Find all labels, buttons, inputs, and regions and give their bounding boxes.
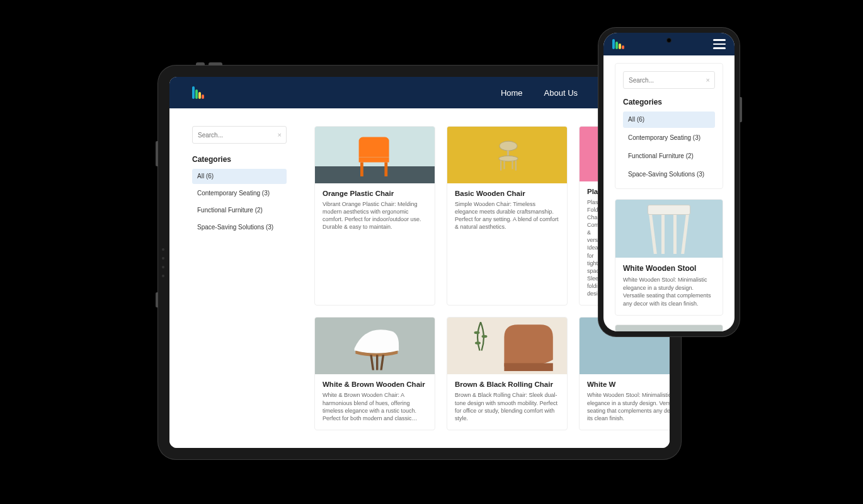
svg-rect-9 — [512, 160, 513, 169]
product-image — [447, 318, 567, 374]
categories-title: Categories — [623, 98, 715, 106]
search-wrap: × — [192, 126, 287, 144]
logo-icon — [612, 39, 624, 49]
chair-icon — [329, 321, 423, 375]
tablet-power-button — [196, 62, 205, 66]
tablet-body: × Categories All (6) Contemporary Seatin… — [169, 108, 670, 448]
cat-space-saving[interactable]: Space-Saving Solutions (3) — [623, 166, 715, 183]
chair-icon — [350, 130, 401, 182]
product-card[interactable]: Orange Plastic Chair Vibrant Orange Plas… — [314, 126, 435, 306]
cat-all[interactable]: All (6) — [623, 112, 715, 128]
tablet-sidebar: × Categories All (6) Contemporary Seatin… — [192, 126, 287, 430]
tablet-side-button-1 — [156, 141, 158, 166]
phone-sidebar: × Categories All (6) Contemporary Seatin… — [615, 63, 723, 189]
product-title: White Wooden Stool — [623, 264, 715, 273]
svg-rect-1 — [360, 163, 363, 176]
clear-search-icon[interactable]: × — [278, 131, 282, 139]
svg-rect-2 — [384, 163, 387, 176]
cat-contemporary[interactable]: Contemporary Seating (3) — [623, 130, 715, 146]
chair-icon — [491, 320, 567, 377]
phone-side-button — [740, 97, 742, 122]
product-title: White W — [587, 381, 670, 388]
product-image — [315, 127, 435, 183]
product-desc: White & Brown Wooden Chair: A harmonious… — [323, 391, 427, 422]
product-card[interactable]: White & Brown Wooden Chair White & Brown… — [314, 317, 435, 430]
svg-rect-6 — [500, 160, 501, 170]
product-title: Orange Plastic Chair — [323, 190, 427, 197]
product-desc: White Wooden Stool: Minimalistic eleganc… — [623, 276, 715, 307]
nav-about-us[interactable]: About Us — [544, 88, 578, 98]
clear-search-icon[interactable]: × — [706, 76, 710, 84]
plant-icon — [471, 318, 490, 374]
product-desc: Simple Wooden Chair: Timeless elegance m… — [455, 200, 559, 231]
camera-icon — [666, 38, 672, 43]
phone-header — [603, 33, 734, 55]
cat-space-saving[interactable]: Space-Saving Solutions (3) — [192, 220, 287, 235]
logo-icon — [192, 86, 204, 99]
svg-point-16 — [475, 342, 481, 345]
search-input[interactable] — [623, 71, 715, 89]
svg-point-15 — [482, 335, 488, 338]
product-desc: Brown & Black Rolling Chair: Sleek dual-… — [455, 391, 559, 422]
product-card[interactable]: White Wooden Stool White Wooden Stool: M… — [615, 199, 723, 316]
product-card[interactable]: Basic Wooden Chair Simple Wooden Chair: … — [447, 126, 568, 306]
product-card[interactable] — [615, 324, 723, 331]
tablet-side-button-2 — [156, 292, 158, 307]
search-input[interactable] — [192, 126, 287, 144]
svg-rect-8 — [503, 160, 505, 169]
tablet-header: Home About Us Plans C — [169, 77, 670, 108]
categories-title: Categories — [192, 155, 287, 164]
product-title: White & Brown Wooden Chair — [323, 381, 427, 388]
svg-point-5 — [499, 156, 518, 161]
search-wrap: × — [623, 71, 715, 89]
product-card[interactable]: Brown & Black Rolling Chair Brown & Blac… — [447, 317, 568, 430]
tablet-volume-button — [209, 62, 222, 66]
svg-point-14 — [474, 331, 480, 335]
nav-home[interactable]: Home — [501, 88, 523, 98]
cat-functional[interactable]: Functional Furniture (2) — [623, 148, 715, 164]
cat-all[interactable]: All (6) — [192, 169, 287, 184]
svg-point-3 — [500, 141, 517, 151]
product-image — [615, 200, 723, 258]
product-desc: Vibrant Orange Plastic Chair: Melding mo… — [323, 200, 427, 231]
phone-device: × Categories All (6) Contemporary Seatin… — [598, 28, 740, 336]
product-title: Basic Wooden Chair — [455, 190, 559, 197]
svg-rect-7 — [515, 160, 517, 170]
product-image — [315, 318, 435, 374]
hamburger-menu-icon[interactable] — [713, 39, 726, 49]
product-desc: White Wooden Stool: Minimalistic eleganc… — [587, 391, 670, 422]
stool-icon — [648, 205, 690, 255]
svg-rect-12 — [380, 355, 384, 370]
product-image — [447, 127, 567, 183]
cat-contemporary[interactable]: Contemporary Seating (3) — [192, 186, 287, 201]
cat-functional[interactable]: Functional Furniture (2) — [192, 203, 287, 218]
phone-screen: × Categories All (6) Contemporary Seatin… — [603, 33, 734, 331]
product-image — [615, 325, 723, 331]
phone-body: × Categories All (6) Contemporary Seatin… — [603, 55, 734, 331]
svg-rect-10 — [370, 355, 374, 370]
chair-icon — [491, 132, 525, 182]
product-title: Brown & Black Rolling Chair — [455, 381, 559, 388]
svg-rect-0 — [359, 158, 389, 163]
svg-rect-13 — [504, 364, 552, 372]
svg-rect-11 — [376, 355, 378, 370]
chair-icon — [634, 329, 710, 331]
tablet-screen: Home About Us Plans C × Categories All (… — [169, 77, 670, 448]
tablet-speaker-dots — [162, 248, 164, 277]
